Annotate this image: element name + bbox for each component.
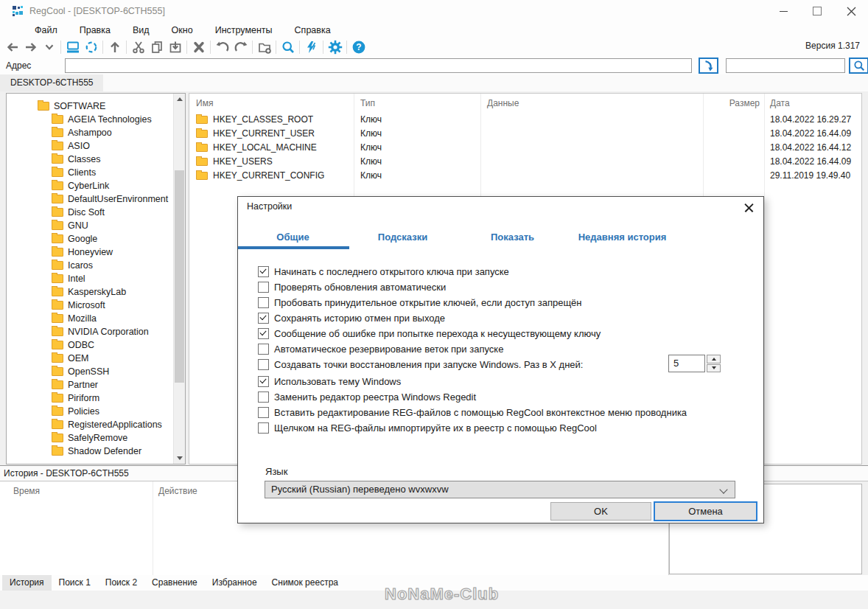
checkbox-row[interactable]: Создавать точки восстановления при запус… xyxy=(258,357,601,372)
checkbox-row[interactable]: Начинать с последнего открытого ключа пр… xyxy=(258,264,601,279)
column-header-type[interactable]: Тип xyxy=(354,94,480,113)
checkbox-row[interactable]: Проверять обновления автоматически xyxy=(258,279,601,295)
tree-item[interactable]: Policies xyxy=(7,405,173,418)
delete-button[interactable] xyxy=(189,39,208,55)
checkbox[interactable] xyxy=(258,297,269,308)
checkbox-row[interactable]: Щелчком на REG-файлы импортируйте их в р… xyxy=(258,420,687,436)
bottom-tab[interactable]: Избранное xyxy=(205,575,265,591)
tree-item[interactable]: SafelyRemove xyxy=(7,431,173,445)
tree-item[interactable]: NVIDIA Corporation xyxy=(7,325,173,338)
dialog-tab[interactable]: Недавняя история xyxy=(567,228,677,246)
dialog-tab[interactable]: Общие xyxy=(238,228,348,246)
address-go-button[interactable] xyxy=(699,58,718,74)
checkbox[interactable] xyxy=(258,266,269,277)
scrollbar-thumb[interactable] xyxy=(175,170,184,383)
checkbox-row[interactable]: Автоматическое резервирование веток при … xyxy=(258,341,601,357)
checkbox-row[interactable]: Заменить редактор реестра Windows Regedi… xyxy=(258,389,687,405)
copy-button[interactable] xyxy=(147,39,166,55)
bottom-tab[interactable]: История xyxy=(2,575,52,591)
tree-item[interactable]: Intel xyxy=(7,272,173,285)
bottom-tab[interactable]: Поиск 1 xyxy=(52,575,98,591)
address-input[interactable] xyxy=(65,58,692,73)
table-row[interactable]: HKEY_CLASSES_ROOT Ключ 18.04.2022 16.29.… xyxy=(189,113,861,127)
tree-item-root[interactable]: SOFTWARE xyxy=(7,100,173,113)
bottom-tab[interactable]: Снимок реестра xyxy=(265,575,346,591)
tree-item[interactable]: Ashampoo xyxy=(7,126,173,139)
history-dropdown-button[interactable] xyxy=(40,39,58,55)
dialog-tab[interactable]: Показать xyxy=(458,228,567,246)
tree-item[interactable]: RegisteredApplications xyxy=(7,418,173,431)
checkbox-row[interactable]: Сообщение об ошибке при попытке перехода… xyxy=(258,326,601,341)
column-header-name[interactable]: Имя xyxy=(189,94,354,113)
menu-item[interactable]: Файл xyxy=(35,25,57,35)
checkbox[interactable] xyxy=(258,422,269,434)
ok-button[interactable]: OK xyxy=(550,502,651,521)
column-header-size[interactable]: Размер xyxy=(703,94,764,113)
tree-item[interactable]: ASIO xyxy=(7,139,173,153)
table-row[interactable]: HKEY_USERS Ключ 18.04.2022 16.44.09 xyxy=(189,155,861,169)
minimize-button[interactable] xyxy=(766,0,800,22)
tree-item[interactable]: Mozilla xyxy=(7,312,173,325)
tree-item[interactable]: GNU xyxy=(7,219,173,232)
tree-item[interactable]: Icaros xyxy=(7,259,173,272)
tree-item[interactable]: Google xyxy=(7,232,173,246)
up-level-button[interactable] xyxy=(105,39,124,55)
menu-item[interactable]: Справка xyxy=(295,25,331,35)
undo-button[interactable] xyxy=(213,39,231,55)
tree-scrollbar[interactable] xyxy=(173,94,185,464)
tree-item[interactable]: OEM xyxy=(7,352,173,365)
session-tab[interactable]: DESKTOP-6CTH555 xyxy=(0,74,103,91)
checkbox[interactable] xyxy=(258,392,269,403)
dialog-close-button[interactable] xyxy=(743,201,756,215)
tree-item[interactable]: Microsoft xyxy=(7,299,173,312)
cancel-button[interactable]: Отмена xyxy=(654,501,757,521)
forward-button[interactable] xyxy=(21,39,40,55)
tree-item[interactable]: Classes xyxy=(7,153,173,166)
checkbox[interactable] xyxy=(258,376,269,387)
checkbox[interactable] xyxy=(258,407,269,418)
menu-item[interactable]: Вид xyxy=(133,25,150,35)
column-divider[interactable] xyxy=(153,481,153,575)
tree-item[interactable]: DefaultUserEnvironment xyxy=(7,192,173,206)
checkbox-row[interactable]: Сохранять историю отмен при выходе xyxy=(258,310,601,326)
connect-computer-button[interactable] xyxy=(63,39,82,55)
history-column-time[interactable]: Время xyxy=(13,486,40,496)
column-header-date[interactable]: Дата xyxy=(764,94,856,113)
maximize-button[interactable] xyxy=(800,0,834,22)
menu-item[interactable]: Инструменты xyxy=(215,25,273,35)
stepper-value[interactable]: 5 xyxy=(668,355,705,372)
tree-item[interactable]: KasperskyLab xyxy=(7,285,173,299)
tree-item[interactable]: Piriform xyxy=(7,392,173,405)
tree-item[interactable]: AGEIA Technologies xyxy=(7,113,173,126)
bottom-tab[interactable]: Сравнение xyxy=(144,575,205,591)
back-button[interactable] xyxy=(3,39,21,55)
history-column-action[interactable]: Действие xyxy=(158,486,197,496)
table-row[interactable]: HKEY_LOCAL_MACHINE Ключ 18.04.2022 16.44… xyxy=(189,141,861,155)
checkbox[interactable] xyxy=(258,282,269,293)
tree-item[interactable]: CyberLink xyxy=(7,179,173,192)
quick-search-input[interactable] xyxy=(726,58,845,73)
tree-item[interactable]: Disc Soft xyxy=(7,206,173,219)
checkbox[interactable] xyxy=(258,313,269,324)
tree-item[interactable]: Honeyview xyxy=(7,246,173,259)
menu-item[interactable]: Правка xyxy=(80,25,111,35)
refresh-button[interactable] xyxy=(82,39,100,55)
search-button-toolbar[interactable] xyxy=(279,39,297,55)
tree-item[interactable]: Partner xyxy=(7,378,173,392)
quick-search-button[interactable] xyxy=(849,58,868,74)
language-select[interactable]: Русский (Russian) переведено wvxwxvw xyxy=(265,481,735,498)
checkbox[interactable] xyxy=(258,344,269,355)
redo-button[interactable] xyxy=(231,39,250,55)
checkbox[interactable] xyxy=(258,328,269,339)
tree-item[interactable]: OpenSSH xyxy=(7,365,173,378)
help-button[interactable]: ? xyxy=(349,39,368,55)
bottom-tab[interactable]: Поиск 2 xyxy=(98,575,144,591)
dialog-tab[interactable]: Подсказки xyxy=(348,228,458,246)
checkbox-row[interactable]: Вставить редактирование REG-файлов с пом… xyxy=(258,405,687,420)
cut-button[interactable] xyxy=(129,39,147,55)
menu-item[interactable]: Окно xyxy=(172,25,193,35)
settings-button[interactable] xyxy=(326,39,344,55)
checkbox[interactable] xyxy=(258,359,269,370)
checkbox-row[interactable]: Пробовать принудительное открытие ключей… xyxy=(258,295,601,310)
tree-item[interactable]: Clients xyxy=(7,166,173,179)
